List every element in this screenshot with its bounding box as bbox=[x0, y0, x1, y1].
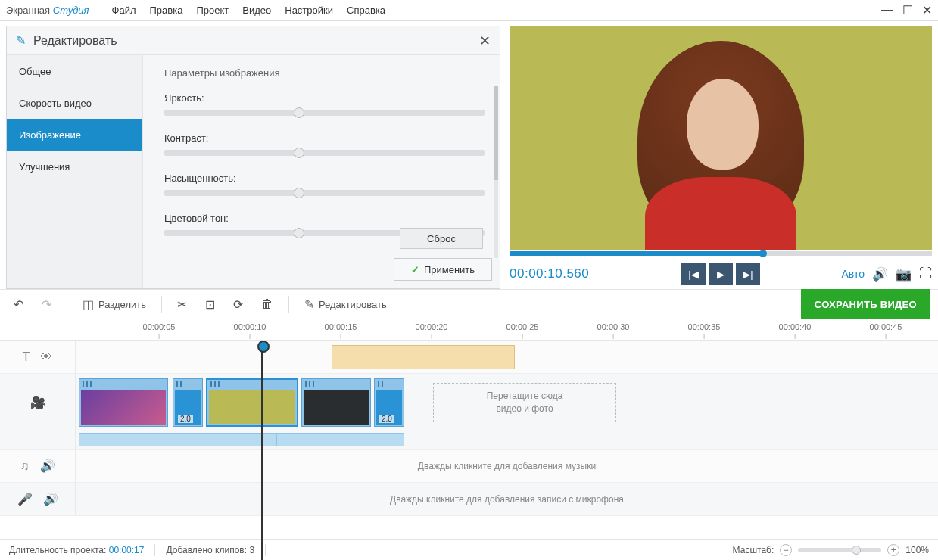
tab-enhance[interactable]: Улучшения bbox=[7, 151, 142, 182]
apply-button[interactable]: ✓ Применить bbox=[394, 258, 492, 281]
edit-panel-title: Редактировать bbox=[33, 34, 117, 48]
contrast-label: Контраст: bbox=[164, 132, 485, 144]
fullscreen-icon[interactable]: ⛶ bbox=[919, 266, 932, 282]
undo-button[interactable]: ↶ bbox=[8, 294, 30, 315]
statusbar: Длительность проекта: 00:00:17 Добавлено… bbox=[0, 539, 938, 560]
edit-icon: ✎ bbox=[16, 33, 26, 48]
text-track-body[interactable] bbox=[76, 341, 938, 373]
preview-viewport[interactable] bbox=[510, 26, 932, 250]
zoom-in-button[interactable]: + bbox=[887, 544, 899, 556]
volume-icon[interactable]: 🔊 bbox=[43, 492, 58, 506]
timeline-ruler[interactable]: 00:00:05 00:00:10 00:00:15 00:00:20 00:0… bbox=[0, 319, 938, 341]
check-icon: ✓ bbox=[411, 264, 419, 275]
reset-button[interactable]: Сброс bbox=[400, 228, 483, 249]
close-icon[interactable]: ✕ bbox=[922, 3, 932, 17]
redo-button[interactable]: ↷ bbox=[36, 294, 58, 315]
hue-label: Цветовой тон: bbox=[164, 213, 485, 224]
playhead[interactable] bbox=[261, 341, 263, 560]
video-clip[interactable]: 2.0 bbox=[374, 378, 404, 427]
menu-video[interactable]: Видео bbox=[242, 5, 271, 16]
sub-clip-selected[interactable] bbox=[182, 433, 277, 446]
rotate-button[interactable]: ⟳ bbox=[227, 294, 249, 315]
video-track: 🎥 2.0 2.0 Перетащите сюда видео и фото bbox=[0, 374, 938, 431]
zoom-control: Масштаб: − + 100% bbox=[733, 544, 929, 556]
undo-icon: ↶ bbox=[14, 297, 23, 312]
cut-button[interactable]: ✂ bbox=[171, 294, 193, 315]
zoom-out-button[interactable]: − bbox=[780, 544, 792, 556]
preview-timecode: 00:00:10.560 bbox=[510, 266, 589, 282]
video-dropzone[interactable]: Перетащите сюда видео и фото bbox=[433, 383, 616, 422]
volume-icon[interactable]: 🔊 bbox=[40, 459, 55, 473]
volume-icon[interactable]: 🔊 bbox=[872, 266, 888, 282]
saturation-label: Насыщенность: bbox=[164, 173, 485, 184]
params-section-title: Параметры изображения bbox=[164, 67, 485, 79]
video-track-icon: 🎥 bbox=[30, 395, 45, 409]
ruler-tick: 00:00:15 bbox=[325, 322, 357, 331]
preview-controls: 00:00:10.560 |◀ ▶ ▶| Авто 🔊 📷 ⛶ bbox=[510, 262, 932, 286]
music-track: ♫🔊 Дважды кликните для добавления музыки bbox=[0, 450, 938, 483]
save-video-button[interactable]: СОХРАНИТЬ ВИДЕО bbox=[801, 289, 930, 319]
menubar: Файл Правка Проект Видео Настройки Справ… bbox=[112, 5, 385, 16]
duration-label: Длительность проекта: bbox=[9, 545, 106, 555]
preview-frame bbox=[615, 41, 827, 250]
maximize-icon[interactable]: ☐ bbox=[902, 3, 913, 17]
tab-speed[interactable]: Скорость видео bbox=[7, 87, 142, 119]
video-track-body[interactable]: 2.0 2.0 Перетащите сюда видео и фото bbox=[76, 374, 938, 431]
mic-track-icon: 🎤 bbox=[17, 492, 33, 506]
menu-file[interactable]: Файл bbox=[112, 5, 136, 16]
param-contrast: Контраст: bbox=[164, 132, 485, 156]
video-clip-selected[interactable] bbox=[206, 378, 298, 427]
tab-general[interactable]: Общее bbox=[7, 55, 142, 87]
zoom-slider[interactable] bbox=[798, 548, 881, 552]
edit-button[interactable]: ✎Редактировать bbox=[298, 294, 393, 315]
video-clip[interactable] bbox=[301, 378, 371, 427]
crop-button[interactable]: ⊡ bbox=[199, 294, 221, 315]
edit-scrollbar[interactable] bbox=[494, 86, 498, 258]
music-track-icon: ♫ bbox=[20, 459, 30, 473]
video-clip[interactable]: 2.0 bbox=[173, 378, 203, 427]
next-frame-button[interactable]: ▶| bbox=[736, 263, 760, 285]
mic-track: 🎤🔊 Дважды кликните для добавления записи… bbox=[0, 483, 938, 516]
edit-panel-close[interactable]: ✕ bbox=[479, 33, 491, 49]
prev-frame-button[interactable]: |◀ bbox=[681, 263, 706, 285]
snapshot-icon[interactable]: 📷 bbox=[896, 266, 912, 282]
split-icon: ◫ bbox=[83, 297, 94, 312]
menu-edit[interactable]: Правка bbox=[150, 5, 183, 16]
ruler-tick: 00:00:35 bbox=[688, 322, 721, 331]
delete-button[interactable]: 🗑 bbox=[255, 294, 279, 314]
mic-track-body[interactable]: Дважды кликните для добавления записи с … bbox=[76, 483, 938, 515]
music-track-body[interactable]: Дважды кликните для добавления музыки bbox=[76, 450, 938, 482]
contrast-slider[interactable] bbox=[164, 150, 485, 156]
ruler-tick: 00:00:05 bbox=[143, 322, 176, 331]
ruler-tick: 00:00:45 bbox=[870, 322, 902, 331]
saturation-slider[interactable] bbox=[164, 190, 485, 196]
app-title: Экранная Студия bbox=[6, 5, 89, 16]
ruler-tick: 00:00:30 bbox=[597, 322, 630, 331]
text-track-icon: T bbox=[23, 350, 30, 364]
menu-help[interactable]: Справка bbox=[347, 5, 385, 16]
param-saturation: Насыщенность: bbox=[164, 173, 485, 196]
ruler-tick: 00:00:25 bbox=[506, 322, 539, 331]
menu-project[interactable]: Проект bbox=[196, 5, 229, 16]
edit-params: Параметры изображения Яркость: Контраст:… bbox=[143, 55, 500, 288]
video-sub-track bbox=[0, 431, 938, 450]
eye-icon[interactable]: 👁 bbox=[40, 350, 52, 364]
preview-progress[interactable] bbox=[510, 251, 932, 256]
play-button[interactable]: ▶ bbox=[709, 263, 733, 285]
split-button[interactable]: ◫Разделить bbox=[76, 294, 152, 315]
zoom-value: 100% bbox=[905, 545, 929, 555]
crop-icon: ⊡ bbox=[205, 297, 215, 312]
ruler-tick: 00:00:40 bbox=[779, 322, 812, 331]
param-brightness: Яркость: bbox=[164, 92, 485, 116]
preview-auto[interactable]: Авто bbox=[841, 268, 865, 280]
video-clip[interactable] bbox=[79, 378, 168, 427]
minimize-icon[interactable]: — bbox=[881, 3, 893, 17]
ruler-tick: 00:00:20 bbox=[416, 322, 448, 331]
tab-image[interactable]: Изображение bbox=[7, 119, 142, 151]
brightness-slider[interactable] bbox=[164, 110, 485, 116]
zoom-label: Масштаб: bbox=[733, 545, 774, 555]
menu-settings[interactable]: Настройки bbox=[285, 5, 333, 16]
pencil-icon: ✎ bbox=[304, 297, 314, 312]
text-clip[interactable] bbox=[332, 345, 515, 369]
titlebar: Экранная Студия Файл Правка Проект Видео… bbox=[0, 0, 938, 21]
